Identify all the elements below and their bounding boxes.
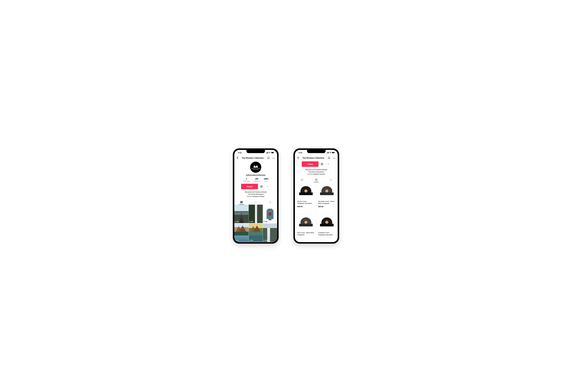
action-row: Follow <box>295 161 338 167</box>
product-price: $29.00 <box>296 205 316 209</box>
page-title: The Rockies Collection <box>302 157 324 159</box>
play-icon <box>264 240 265 241</box>
product-card[interactable]: Mountain Crest - Mesh Back Snapback $25.… <box>317 183 337 214</box>
play-icon <box>235 240 236 241</box>
svg-point-28 <box>321 164 322 165</box>
product-card[interactable]: Moose Crest - Snapback Hat (Multi ... $2… <box>296 183 316 214</box>
bag-icon <box>254 201 257 203</box>
chevron-down-icon <box>328 164 329 164</box>
phone-right: 9:41 The Rockies Collection Follow <box>293 148 339 244</box>
tab-liked[interactable] <box>263 200 277 204</box>
campfire-icon <box>326 221 328 223</box>
play-icon <box>235 221 236 222</box>
profile-content: The Rockies Collection Souvenir & Boutiq… <box>234 161 277 242</box>
svg-rect-18 <box>327 153 328 153</box>
video-grid: 126 134 128 151 160 <box>234 205 277 242</box>
stat-likes[interactable]: 1854 Likes <box>264 178 268 182</box>
svg-rect-23 <box>334 152 335 153</box>
bio-line-3: U.S & Canadian Rockies <box>295 173 338 175</box>
screen: 9:41 The Rockies Collection The Rockies <box>234 150 277 242</box>
status-icons <box>266 152 274 153</box>
stat-followers[interactable]: 169 Followers <box>254 178 260 182</box>
svg-point-24 <box>333 158 334 158</box>
back-button[interactable] <box>236 156 239 160</box>
bio-text: Mountain and OutdoorLifestyle "The Rocky… <box>295 169 338 175</box>
svg-rect-6 <box>274 152 274 153</box>
shop-grid: Moose Crest - Snapback Hat (Multi ... $2… <box>295 182 338 242</box>
product-price: $25.00 <box>317 205 336 209</box>
video-play-count: 151 <box>235 240 239 241</box>
more-button[interactable] <box>272 157 275 159</box>
avatar[interactable]: The Rockies Collection Souvenir & Boutiq… <box>250 162 261 173</box>
instagram-button[interactable] <box>319 161 325 167</box>
stat-following[interactable]: 1 Following <box>243 178 250 182</box>
video-thumb[interactable]: 128 <box>263 205 277 223</box>
video-thumb[interactable]: 134 <box>249 205 263 223</box>
dropdown-button[interactable] <box>265 184 270 189</box>
bio-text: Mountain and OutdoorLifestyle "The Rocky… <box>234 191 277 198</box>
product-card[interactable]: Pine Crest - Mesh Back Snapback <box>296 215 316 241</box>
svg-point-25 <box>334 158 334 158</box>
action-row: Follow <box>234 184 277 189</box>
bag-icon <box>315 179 318 181</box>
svg-point-26 <box>335 158 335 158</box>
video-thumb[interactable]: 146 <box>263 223 277 242</box>
feed-icon <box>240 201 243 203</box>
status-icons <box>327 152 335 153</box>
back-button[interactable] <box>297 156 299 160</box>
page-title: The Rockies Collection <box>242 157 264 159</box>
notification-button[interactable] <box>327 156 331 160</box>
tab-shop[interactable] <box>249 200 263 204</box>
video-thumb[interactable]: 126 <box>234 205 249 223</box>
tab-liked[interactable] <box>323 177 338 182</box>
instagram-button[interactable] <box>259 184 264 189</box>
svg-point-11 <box>261 186 262 187</box>
wifi-icon <box>329 152 331 153</box>
product-image <box>317 215 336 231</box>
follow-button[interactable]: Follow <box>241 184 258 189</box>
instagram-icon <box>321 163 323 165</box>
pine-icon <box>305 221 307 223</box>
tab-videos[interactable] <box>295 177 309 182</box>
status-bar: 9:41 <box>234 150 277 155</box>
video-play-count: 160 <box>249 240 253 241</box>
svg-point-9 <box>274 158 275 158</box>
dropdown-button[interactable] <box>325 161 331 167</box>
product-image <box>296 183 316 200</box>
wifi-icon <box>269 152 271 153</box>
screen: 9:41 The Rockies Collection Follow <box>295 150 338 242</box>
signal-icon <box>327 152 329 153</box>
product-title: Mountain Crest - Mesh Back Snapback <box>317 200 336 205</box>
svg-rect-13 <box>240 201 241 203</box>
video-play-count: 128 <box>264 221 267 222</box>
battery-icon <box>271 152 274 153</box>
stat-likes-label: Likes <box>264 180 268 182</box>
video-thumb[interactable]: 160 <box>249 223 263 242</box>
product-card[interactable]: Campfire Crest - Snapback Hat (Multi ... <box>317 215 337 241</box>
mountain-logo-icon <box>253 164 259 168</box>
stat-likes-num: 1854 <box>264 178 268 180</box>
svg-rect-14 <box>241 201 242 203</box>
svg-rect-3 <box>268 152 268 153</box>
svg-rect-20 <box>328 152 329 153</box>
instagram-icon <box>260 185 263 188</box>
follow-button[interactable]: Follow <box>302 161 318 167</box>
svg-rect-30 <box>301 179 302 181</box>
product-title: Campfire Crest - Snapback Hat (Multi ... <box>317 231 336 236</box>
profile-tabs <box>234 200 277 205</box>
more-button[interactable] <box>333 157 336 159</box>
stats-row: 1 Following 169 Followers 1854 Likes <box>234 178 277 182</box>
product-title: Moose Crest - Snapback Hat (Multi ... <box>296 200 316 205</box>
tab-videos[interactable] <box>234 200 249 204</box>
status-bar: 9:41 <box>295 150 338 155</box>
avatar-brand-sub: Souvenir & Boutique <box>253 169 258 170</box>
video-thumb[interactable]: 151 <box>234 223 249 242</box>
feed-icon <box>301 179 303 181</box>
notification-button[interactable] <box>267 156 270 160</box>
tab-shop[interactable] <box>309 177 323 182</box>
video-play-count: 146 <box>264 240 267 241</box>
svg-rect-31 <box>302 179 302 181</box>
svg-rect-19 <box>328 152 328 153</box>
bio-line-2: "The Rocky Mountains" <box>295 171 338 173</box>
svg-point-34 <box>305 191 306 191</box>
